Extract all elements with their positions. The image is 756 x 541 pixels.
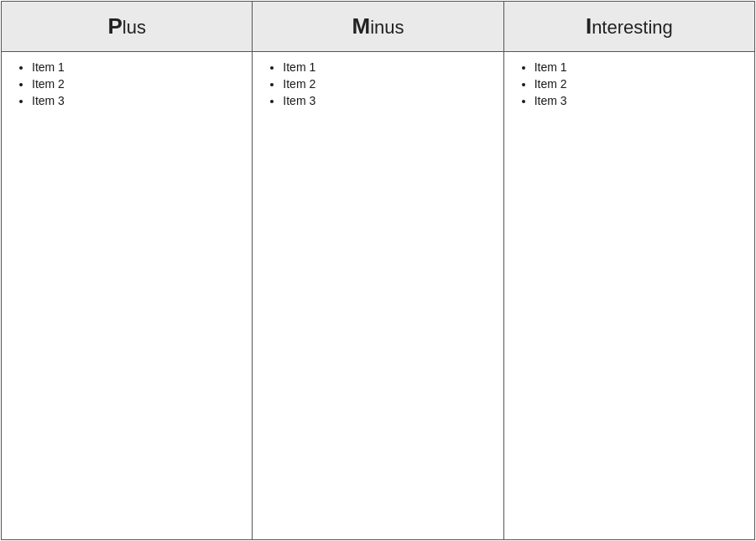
minus-rest: inus — [370, 17, 404, 38]
minus-header: Minus — [253, 2, 503, 51]
plus-list: Item 1 Item 2 Item 3 — [18, 60, 243, 107]
list-item: Item 1 — [283, 60, 494, 74]
minus-list: Item 1 Item 2 Item 3 — [269, 60, 494, 107]
plus-first-letter: P — [107, 13, 122, 39]
list-item: Item 3 — [32, 94, 243, 107]
plus-body: Item 1 Item 2 Item 3 — [2, 52, 253, 539]
list-item: Item 2 — [283, 77, 494, 91]
pmi-table: Plus Minus Interesting Item 1 Item 2 Ite… — [1, 1, 755, 540]
list-item: Item 1 — [534, 60, 746, 74]
list-item: Item 1 — [32, 60, 243, 74]
interesting-list: Item 1 Item 2 Item 3 — [521, 60, 746, 107]
list-item: Item 2 — [32, 77, 243, 91]
interesting-rest: nteresting — [592, 17, 673, 38]
minus-body: Item 1 Item 2 Item 3 — [253, 52, 503, 539]
minus-first-letter: M — [352, 13, 370, 39]
header-row: Plus Minus Interesting — [2, 2, 754, 52]
plus-header: Plus — [2, 2, 253, 51]
interesting-body: Item 1 Item 2 Item 3 — [504, 52, 754, 539]
interesting-header: Interesting — [504, 2, 754, 51]
list-item: Item 2 — [534, 77, 746, 91]
body-row: Item 1 Item 2 Item 3 Item 1 Item 2 Item … — [2, 52, 754, 539]
plus-rest: lus — [123, 17, 146, 38]
list-item: Item 3 — [283, 94, 494, 107]
list-item: Item 3 — [534, 94, 746, 107]
